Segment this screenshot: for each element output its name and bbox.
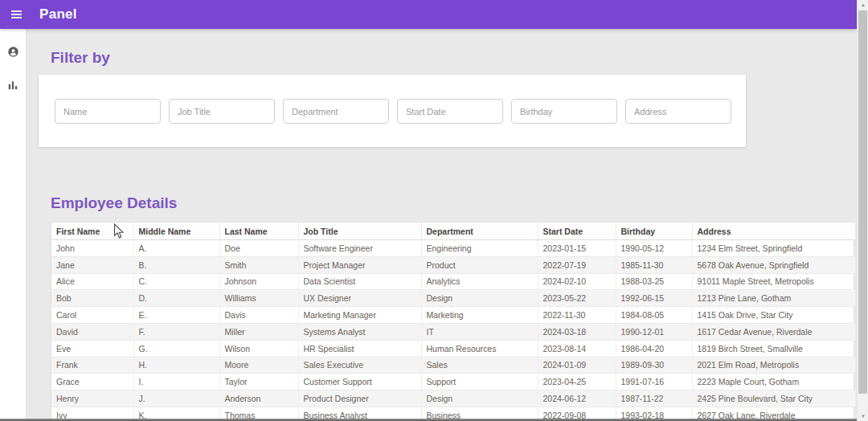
table-row[interactable]: CarolE.DavisMarketing ManagerMarketing20… [51,307,855,324]
table-cell: 2023-05-22 [538,290,616,307]
filter-input-name[interactable] [55,99,161,124]
employee-details-heading: Employee Details [51,147,857,211]
table-row[interactable]: AliceC.JohnsonData ScientistAnalytics202… [51,273,855,290]
table-cell: J. [133,390,219,407]
filter-input-birthday[interactable] [511,99,617,124]
column-header-first-name[interactable]: First Name [51,223,133,240]
vertical-scrollbar[interactable]: ▲ ▼ [857,0,868,421]
table-cell: Customer Support [298,374,421,390]
account-icon[interactable] [3,42,23,61]
bar-chart-icon[interactable] [3,76,23,95]
table-cell: 2023-01-15 [538,240,616,257]
column-header-birthday[interactable]: Birthday [616,223,692,240]
filter-heading: Filter by [51,29,857,66]
table-cell: 1988-03-25 [616,273,692,290]
employee-table-container: First NameMiddle NameLast NameJob TitleD… [51,222,854,421]
table-cell: Product Designer [298,390,421,407]
table-cell: 1991-07-16 [616,374,692,390]
table-cell: Wilson [219,340,298,357]
table-row[interactable]: JaneB.SmithProject ManagerProduct2022-07… [51,256,855,273]
table-cell: 1415 Oak Drive, Star City [692,307,855,324]
table-cell: 1986-04-20 [616,340,692,357]
table-cell: 1819 Birch Street, Smallville [692,340,855,357]
table-cell: HR Specialist [298,340,421,357]
table-cell: Design [421,390,538,407]
table-cell: Henry [51,390,133,407]
table-cell: Sales Executive [298,357,421,374]
filter-input-start-date[interactable] [397,99,503,124]
column-header-job-title[interactable]: Job Title [298,223,421,240]
table-cell: 1985-11-30 [616,256,692,273]
table-cell: John [51,240,133,257]
scrollbar-up-arrow-icon[interactable]: ▲ [858,0,868,10]
table-cell: 1990-12-01 [616,323,692,340]
table-row[interactable]: HenryJ.AndersonProduct DesignerDesign202… [51,390,855,407]
table-cell: 2024-01-09 [538,357,616,374]
column-header-middle-name[interactable]: Middle Name [133,223,219,240]
table-cell: Analytics [421,273,538,290]
table-cell: Support [421,374,538,390]
table-cell: 1213 Pine Lane, Gotham [692,290,855,307]
table-cell: B. [133,256,219,273]
table-row[interactable]: EveG.WilsonHR SpecialistHuman Resources2… [51,340,855,357]
table-cell: D. [133,290,219,307]
column-header-last-name[interactable]: Last Name [219,223,298,240]
table-cell: Moore [219,357,298,374]
table-cell: I. [133,374,219,390]
table-row[interactable]: FrankH.MooreSales ExecutiveSales2024-01-… [51,357,855,374]
table-cell: Software Engineer [298,240,421,257]
table-cell: 1990-05-12 [616,240,692,257]
table-cell: Bob [51,290,133,307]
column-header-department[interactable]: Department [421,223,538,240]
table-cell: 2024-02-10 [538,273,616,290]
table-cell: C. [133,273,219,290]
table-cell: 2022-07-19 [538,256,616,273]
sidebar [0,29,27,421]
filter-input-department[interactable] [283,99,389,124]
filter-input-address[interactable] [625,99,731,124]
table-cell: Williams [219,290,298,307]
table-cell: F. [133,323,219,340]
table-cell: 2024-03-18 [538,323,616,340]
table-cell: 1617 Cedar Avenue, Riverdale [692,323,855,340]
table-cell: IT [421,323,538,340]
column-header-start-date[interactable]: Start Date [538,223,616,240]
table-cell: UX Designer [298,290,421,307]
scrollbar-down-arrow-icon[interactable]: ▼ [858,411,868,421]
table-cell: Johnson [219,273,298,290]
bar-chart-icon [7,80,18,91]
table-row[interactable]: BobD.WilliamsUX DesignerDesign2023-05-22… [51,290,855,307]
table-cell: Marketing Manager [298,307,421,324]
table-row[interactable]: DavidF.MillerSystems AnalystIT2024-03-18… [51,323,855,340]
table-cell: Design [421,290,538,307]
table-cell: Project Manager [298,256,421,273]
table-cell: G. [133,340,219,357]
table-cell: 2023-08-14 [538,340,616,357]
scrollbar-thumb[interactable] [858,10,867,394]
table-cell: Anderson [219,390,298,407]
table-cell: Miller [219,323,298,340]
table-cell: A. [133,240,219,257]
column-header-address[interactable]: Address [692,223,855,240]
table-row[interactable]: JohnA.DoeSoftware EngineerEngineering202… [51,240,855,257]
filter-card [39,75,746,147]
table-cell: 1989-09-30 [616,357,692,374]
table-cell: Human Resources [421,340,538,357]
table-cell: Jane [51,256,133,273]
account-icon [7,46,19,58]
table-cell: Frank [51,357,133,374]
filter-fields [55,99,731,147]
table-cell: Data Scientist [298,273,421,290]
table-cell: 2021 Elm Road, Metropolis [692,357,855,374]
table-row[interactable]: GraceI.TaylorCustomer SupportSupport2023… [51,374,855,390]
table-cell: 1992-06-15 [616,290,692,307]
table-cell: Systems Analyst [298,323,421,340]
table-cell: David [51,323,133,340]
employee-table: First NameMiddle NameLast NameJob TitleD… [51,223,855,421]
table-cell: 1987-11-22 [616,390,692,407]
hamburger-menu-icon[interactable] [10,6,27,23]
table-cell: H. [133,357,219,374]
table-cell: Engineering [421,240,538,257]
filter-input-job-title[interactable] [169,99,275,124]
table-cell: Taylor [219,374,298,390]
